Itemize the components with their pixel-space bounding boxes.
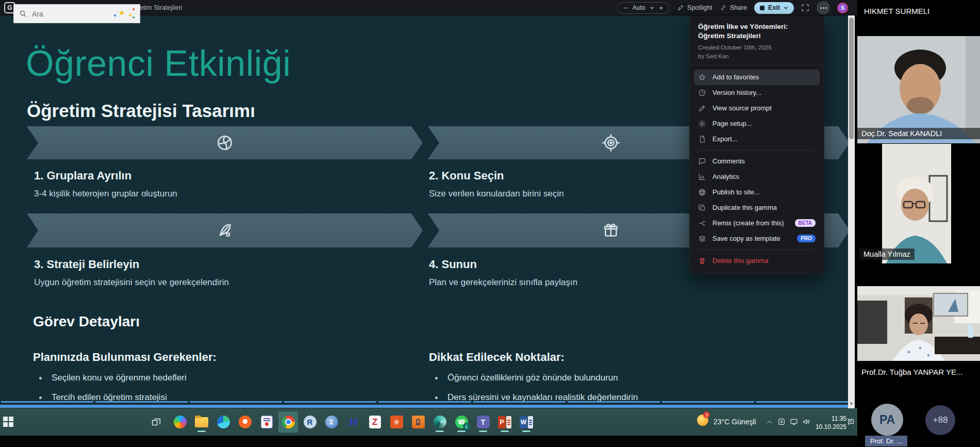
menu-item-publish-to-site[interactable]: Publish to site... bbox=[694, 185, 820, 200]
gift-icon bbox=[602, 221, 620, 240]
pencil-icon bbox=[698, 104, 706, 112]
taskbar-app-maxqda[interactable] bbox=[430, 411, 450, 433]
document-icon bbox=[698, 135, 706, 143]
tray-volume-icon[interactable] bbox=[802, 418, 810, 426]
step-banner-3 bbox=[27, 213, 423, 247]
menu-item-add-to-favorites[interactable]: Add to favorites bbox=[694, 70, 820, 85]
participant-tile[interactable]: Mualla Yılmaz bbox=[857, 143, 980, 267]
task-view-button[interactable] bbox=[146, 411, 166, 433]
clock-time: 11:35 bbox=[813, 415, 846, 423]
taskbar-app-whatsapp[interactable]: ☎ 1 bbox=[452, 411, 471, 433]
participants-overflow-count[interactable]: +88 bbox=[925, 405, 955, 435]
firefox-icon bbox=[239, 416, 252, 428]
participant-tile[interactable]: Doç.Dr. Sedat KANADLI bbox=[857, 36, 980, 143]
scrollbar-thumb[interactable] bbox=[849, 18, 854, 139]
word-icon: W bbox=[520, 416, 533, 428]
r-project-icon: R bbox=[304, 416, 317, 428]
weather-text[interactable]: 23°C Güneşli bbox=[713, 418, 756, 426]
powerpoint-icon: P bbox=[498, 416, 511, 428]
start-button[interactable] bbox=[3, 417, 13, 427]
bullet-icon bbox=[39, 377, 42, 379]
step-body: 3-4 kişilik heterojen gruplar oluşturun bbox=[34, 189, 177, 199]
step-body: Plan ve gerekçelerinizi sınıfla paylaşın bbox=[429, 277, 577, 288]
zoom-in-button[interactable]: + bbox=[659, 4, 663, 12]
participant-video-tugba bbox=[857, 286, 980, 361]
share-button[interactable]: Share bbox=[720, 4, 747, 11]
taskbar-app-chrome[interactable] bbox=[278, 411, 298, 433]
participant-avatar-label: Prof. Dr. ... bbox=[865, 436, 907, 446]
copilot-sparkles-icon: ✦✦ bbox=[108, 8, 135, 20]
fullscreen-button[interactable] bbox=[801, 4, 809, 12]
taskbar-app-file-explorer[interactable] bbox=[192, 411, 211, 433]
taskbar-app-orange-bookmark[interactable] bbox=[408, 411, 428, 433]
menu-item-analytics[interactable]: Analytics bbox=[694, 169, 820, 185]
remix-icon bbox=[698, 219, 706, 227]
participant-name: Mualla Yılmaz bbox=[859, 249, 915, 260]
pro-badge: PRO bbox=[797, 235, 816, 242]
menu-divider bbox=[698, 250, 816, 250]
participant-name: HIKMET SURMELI bbox=[864, 7, 929, 15]
taskbar-clock[interactable]: 11:35 10.10.2025 bbox=[813, 415, 846, 431]
taskbar-app-amos[interactable]: ✳ bbox=[387, 411, 406, 433]
taskbar-app-zotero[interactable]: Z bbox=[365, 411, 385, 433]
scrollbar-down-arrow[interactable]: ▼ bbox=[849, 401, 854, 406]
taskbar-app-r[interactable]: R bbox=[300, 411, 320, 433]
zoom-out-button[interactable]: − bbox=[624, 4, 628, 12]
clock-date: 10.10.2025 bbox=[813, 423, 846, 432]
bullet-item: Öğrenci özelliklerini göz önünde bulundu… bbox=[447, 373, 618, 383]
search-input[interactable] bbox=[31, 9, 98, 19]
folder-icon bbox=[195, 417, 208, 427]
step-heading: 3. Strateji Belirleyin bbox=[34, 258, 139, 271]
spss-icon: Σ bbox=[325, 416, 338, 428]
menu-item-export[interactable]: Export... bbox=[694, 131, 820, 147]
bullet-item: Seçilen konu ve öğrenme hedefleri bbox=[52, 373, 187, 383]
star-icon bbox=[698, 73, 706, 81]
menu-item-version-history[interactable]: Version history... bbox=[694, 85, 820, 101]
layers-icon bbox=[698, 235, 706, 243]
tray-teams-icon[interactable] bbox=[777, 418, 786, 426]
spotlight-button[interactable]: Spotlight bbox=[677, 4, 712, 11]
comment-icon bbox=[698, 157, 706, 165]
user-avatar[interactable]: S bbox=[837, 3, 848, 13]
taskbar-app-copilot[interactable] bbox=[170, 411, 190, 433]
zoom-control[interactable]: − Auto + bbox=[617, 2, 670, 14]
taskbar-app-notes[interactable] bbox=[257, 411, 276, 433]
menu-item-delete[interactable]: Delete this gamma bbox=[694, 253, 820, 269]
participant-avatar[interactable]: PA bbox=[871, 404, 903, 436]
participant-video-mualla bbox=[882, 144, 951, 263]
exit-present-button[interactable]: Exit bbox=[754, 2, 794, 14]
menu-item-comments[interactable]: Comments bbox=[694, 154, 820, 169]
meeting-participants-panel: HIKMET SURMELI Doç.Dr. Sedat KANADLI bbox=[857, 0, 980, 447]
taskbar-app-firefox[interactable] bbox=[235, 411, 255, 433]
taskbar-app-spss[interactable]: Σ bbox=[322, 411, 341, 433]
bullet-icon bbox=[435, 377, 438, 379]
participant-tile[interactable]: HIKMET SURMELI bbox=[857, 0, 980, 36]
taskbar-search[interactable]: ✦✦ bbox=[13, 4, 140, 23]
zoom-level[interactable]: Auto bbox=[633, 4, 645, 11]
taskbar-app-h[interactable]: H bbox=[343, 411, 363, 433]
taskbar-app-edge[interactable] bbox=[213, 411, 233, 433]
zotero-icon: Z bbox=[369, 416, 381, 428]
menu-item-page-setup[interactable]: Page setup... bbox=[694, 116, 820, 131]
menu-created-line: Created October 10th, 2025 bbox=[698, 43, 816, 52]
menu-item-remix[interactable]: Remix (create from this) BETA bbox=[694, 216, 820, 231]
menu-item-duplicate[interactable]: Duplicate this gamma bbox=[694, 200, 820, 216]
tray-network-icon[interactable] bbox=[790, 418, 798, 426]
gear-icon bbox=[698, 120, 706, 128]
menu-item-save-as-template[interactable]: Save copy as template PRO bbox=[694, 231, 820, 246]
tray-chevron-up-icon[interactable] bbox=[766, 419, 773, 426]
participant-video-sedat bbox=[857, 36, 980, 143]
notes-icon bbox=[261, 416, 273, 428]
taskbar-app-teams[interactable]: T bbox=[473, 411, 493, 433]
more-options-menu: Öğretim İlke ve Yöntemleri: Öğretim Stra… bbox=[689, 15, 824, 274]
more-options-button[interactable] bbox=[817, 1, 830, 14]
taskbar-app-word[interactable]: W bbox=[517, 411, 536, 433]
slide-subtitle: Öğretim Stratejisi Tasarımı bbox=[27, 101, 255, 121]
menu-item-view-source-prompt[interactable]: View source prompt bbox=[694, 101, 820, 116]
volleyball-icon bbox=[215, 134, 234, 152]
page-scrollbar[interactable]: ▼ bbox=[848, 15, 855, 408]
participant-tile[interactable]: Prof.Dr. Tuğba YANPAR YE... bbox=[857, 286, 980, 404]
quill-icon bbox=[215, 221, 234, 240]
notification-center-icon[interactable] bbox=[846, 418, 855, 426]
taskbar-app-powerpoint[interactable]: P bbox=[495, 411, 514, 433]
